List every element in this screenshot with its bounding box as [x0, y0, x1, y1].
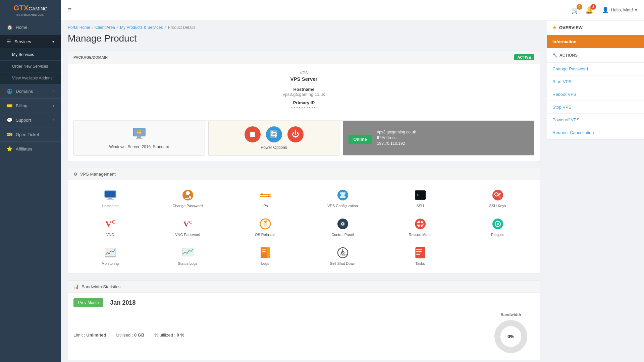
- action-request-cancellation[interactable]: Request Cancellation: [547, 126, 644, 139]
- recipes-item-label: Recipes: [491, 233, 504, 237]
- stop-button[interactable]: ⏹: [245, 126, 261, 142]
- topbar-icons: 🛒 0 🔔 3 👤 Hello, Matt! ▾: [571, 6, 637, 14]
- hamburger-button[interactable]: ≡: [68, 6, 72, 14]
- breadcrumb-client-area[interactable]: Client Area: [95, 25, 115, 30]
- bandwidth-controls: Prev Month Jan 2018: [73, 298, 534, 307]
- sidebar-sub-view-addons[interactable]: View Available Addons: [0, 72, 61, 84]
- svg-rect-44: [262, 251, 266, 252]
- sidebar-item-affiliates[interactable]: ⭐ Affiliates: [0, 142, 61, 156]
- mgmt-vnc-password[interactable]: VC VNC Password: [149, 213, 226, 241]
- vps-type: VPS: [75, 71, 533, 75]
- star-icon: ★: [552, 25, 556, 30]
- sidebar: GTXGAMING ESTABLISHED 2007 🏠 Home ☰ Serv…: [0, 0, 61, 362]
- svg-rect-1: [137, 136, 141, 138]
- chevron-right-icon-billing: ›: [53, 104, 54, 108]
- monitoring-item-label: Monitoring: [102, 261, 119, 265]
- actions-header: 🔧 ACTIONS: [547, 48, 644, 63]
- logs-item-label: Logs: [261, 261, 269, 265]
- sidebar-item-home[interactable]: 🏠 Home: [0, 20, 61, 35]
- billing-icon: 💳: [7, 103, 12, 108]
- breadcrumb-portal-home[interactable]: Portal Home: [68, 25, 90, 30]
- restart-button[interactable]: 🔄: [266, 126, 282, 142]
- hostname-label: Hostname: [75, 87, 533, 92]
- sidebar-item-domains[interactable]: 🌐 Domains ›: [0, 84, 61, 99]
- vps-management-grid: Hostname Change Password IPs: [68, 180, 540, 274]
- recipes-icon: [491, 217, 504, 231]
- control-panel-icon: [336, 217, 350, 231]
- cart-button[interactable]: 🛒 0: [571, 6, 580, 14]
- mgmt-monitoring[interactable]: Monitoring: [71, 241, 149, 270]
- mgmt-os-reinstall[interactable]: OS Reinstall: [226, 213, 304, 241]
- mgmt-logs[interactable]: Logs: [226, 241, 304, 270]
- content-wrapper: Portal Home / Client Area / My Products …: [61, 20, 644, 362]
- svg-rect-51: [416, 251, 422, 252]
- mgmt-ssh[interactable]: $ _ SSH: [381, 184, 459, 213]
- bell-button[interactable]: 🔔 3: [585, 6, 593, 14]
- bandwidth-chart-label: Bandwidth: [494, 312, 528, 317]
- bw-utilised: Utilised : 0 GB: [116, 333, 145, 338]
- cart-badge: 0: [577, 4, 582, 10]
- sidebar-sub-order-new[interactable]: Order New Services: [0, 61, 61, 72]
- package-card: PACKAGE/DOMAIN ACTIVE VPS VPS Server Hos…: [68, 51, 540, 161]
- mgmt-ips[interactable]: IPs: [226, 184, 304, 213]
- action-reboot-vps[interactable]: Reboot VPS: [547, 88, 644, 101]
- home-icon: 🏠: [7, 24, 12, 30]
- vps-config-icon: [336, 188, 350, 202]
- tasks-item-label: Tasks: [415, 261, 425, 265]
- mgmt-tasks[interactable]: Tasks: [381, 241, 459, 270]
- status-info: vps3.gtxgaming.co.uk IP Address 193.70.1…: [377, 130, 416, 147]
- action-stop-vps[interactable]: Stop VPS: [547, 101, 644, 114]
- mgmt-vnc[interactable]: VC VNC: [71, 213, 149, 241]
- mgmt-change-password[interactable]: Change Password: [149, 184, 226, 213]
- mgmt-ssh-keys[interactable]: SSH Keys: [459, 184, 536, 213]
- vps-management-section: ⚙ VPS Management Hostname: [68, 168, 540, 274]
- svg-text:0%: 0%: [507, 334, 515, 339]
- mgmt-recipes[interactable]: Recipes: [459, 213, 536, 241]
- mgmt-vps-config[interactable]: VPS Configuration: [304, 184, 381, 213]
- sidebar-item-open-ticket[interactable]: 🎫 Open Ticket: [0, 127, 61, 142]
- sidebar-item-billing[interactable]: 💳 Billing ›: [0, 99, 61, 113]
- mgmt-status-logs[interactable]: Status Logs: [149, 241, 226, 270]
- mgmt-self-shutdown[interactable]: TIMER Self Shut Down: [304, 241, 381, 270]
- primary-ip-label: Primary IP: [75, 100, 533, 105]
- bandwidth-month: Jan 2018: [110, 299, 136, 306]
- bandwidth-chart-area: Limit : Unlimited Utilised : 0 GB % util…: [73, 312, 534, 355]
- gear-icon: ⚙: [73, 172, 77, 177]
- monitoring-icon: [104, 246, 117, 259]
- sidebar-sub-my-services[interactable]: My Services: [0, 49, 61, 61]
- logs-icon: [259, 246, 272, 259]
- sidebar-label-services: Services: [14, 39, 31, 44]
- user-label: Hello, Matt!: [611, 7, 633, 12]
- mgmt-rescue-mode[interactable]: Rescue Mode: [381, 213, 459, 241]
- action-poweroff-vps[interactable]: Poweroff VPS: [547, 114, 644, 126]
- breadcrumb-my-products[interactable]: My Products & Services: [120, 25, 163, 30]
- svg-text:OS: OS: [137, 131, 141, 134]
- action-start-vps[interactable]: Start VPS: [547, 75, 644, 88]
- logo: GTXGAMING: [13, 4, 48, 12]
- logo-sub: ESTABLISHED 2007: [13, 13, 48, 16]
- ips-icon: [259, 188, 272, 202]
- self-shutdown-item-label: Self Shut Down: [330, 261, 356, 265]
- user-menu[interactable]: 👤 Hello, Matt! ▾: [602, 7, 637, 13]
- svg-point-37: [497, 221, 498, 222]
- control-panel-item-label: Control Panel: [331, 233, 354, 237]
- poweroff-button[interactable]: ⏻: [287, 126, 304, 142]
- mgmt-hostname[interactable]: Hostname: [71, 184, 149, 213]
- change-password-icon: [181, 188, 195, 202]
- actions-label: ACTIONS: [559, 53, 578, 58]
- sidebar-label-support: Support: [16, 118, 31, 123]
- prev-month-button[interactable]: Prev Month: [73, 298, 103, 307]
- svg-rect-33: [417, 223, 424, 225]
- action-change-password[interactable]: Change Password: [547, 63, 644, 75]
- power-box: ⏹ 🔄 ⏻ Power Options: [208, 121, 340, 156]
- main: ≡ 🛒 0 🔔 3 👤 Hello, Matt! ▾ Portal Home: [61, 0, 644, 362]
- sidebar-item-support[interactable]: 💬 Support ›: [0, 113, 61, 127]
- right-sidebar: ★ OVERVIEW Information 🔧 ACTIONS Change …: [547, 20, 644, 362]
- vps-name: VPS Server: [75, 76, 533, 82]
- mgmt-control-panel[interactable]: Control Panel: [304, 213, 381, 241]
- info-tab[interactable]: Information: [547, 35, 644, 48]
- page-title: Manage Product: [68, 33, 540, 44]
- vps-info: VPS VPS Server Hostname vps3.gtxgaming.c…: [68, 64, 540, 120]
- ssh-keys-item-label: SSH Keys: [489, 204, 506, 208]
- sidebar-item-services[interactable]: ☰ Services ▾: [0, 35, 61, 49]
